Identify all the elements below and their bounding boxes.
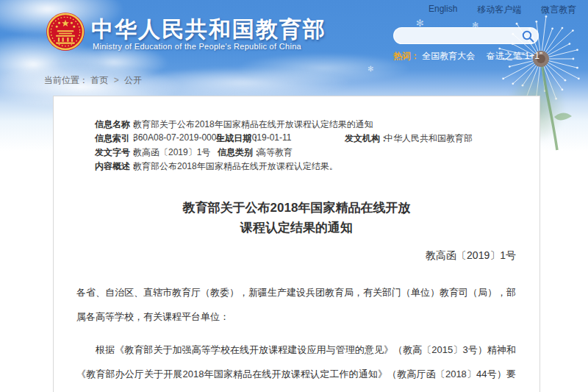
nav-weixin-education-link[interactable]: 微言教育 xyxy=(541,4,576,16)
meta-row-name: 信息名称： 教育部关于公布2018年国家精品在线开放课程认定结果的通知 xyxy=(95,118,517,132)
document-body: 各省、自治区、直辖市教育厅（教委），新疆生产建设兵团教育局，有关部门（单位）教育… xyxy=(76,280,516,392)
meta-issuer-label: 发文机构： xyxy=(345,132,389,145)
document-number: 教高函〔2019〕1号 xyxy=(54,249,516,263)
site-title: 中华人民共和国教育部 xyxy=(91,15,326,45)
meta-docno-value: 教高函〔2019〕1号 xyxy=(133,146,210,159)
national-emblem-logo xyxy=(46,12,85,51)
page: ✻ ✻ ✻ 中华人民共和国教育部 Ministry of Education o… xyxy=(0,0,588,392)
document-title-line2: 课程认定结果的通知 xyxy=(240,221,353,235)
search-box xyxy=(393,27,539,44)
search-button[interactable] xyxy=(521,29,535,43)
nav-english-link[interactable]: English xyxy=(429,4,457,16)
hotwords-label: 热词： xyxy=(393,51,420,61)
breadcrumb-separator: > xyxy=(114,75,119,85)
meta-date-value: 2019-01-11 xyxy=(247,132,292,143)
meta-category-label: 信息类别： xyxy=(218,146,262,159)
document-paragraph: 各省、自治区、直辖市教育厅（教委），新疆生产建设兵团教育局，有关部门（单位）教育… xyxy=(76,280,516,329)
meta-index-value: 360A08-07-2019-0005-1 xyxy=(133,132,229,143)
top-nav: English 移动客户端 微言教育 xyxy=(429,4,576,16)
breadcrumb-prefix: 当前位置： xyxy=(44,75,88,85)
document-title-line1: 教育部关于公布2018年国家精品在线开放 xyxy=(183,201,411,215)
meta-docno-label: 发文字号： xyxy=(95,146,139,159)
floating-seed-icon: ✻ xyxy=(368,65,373,73)
nav-mobile-client-link[interactable]: 移动客户端 xyxy=(477,4,521,16)
meta-summary-value: 教育部公布2018年国家精品在线开放课程认定结果。 xyxy=(133,160,338,173)
search-icon xyxy=(521,29,535,43)
breadcrumb: 当前位置： 首页 > 公开 xyxy=(44,74,142,87)
hotword-link-2[interactable]: 奋进之笔“1+1” xyxy=(487,51,542,61)
hotword-link-1[interactable]: 全国教育大会 xyxy=(422,51,475,61)
document-paragraph: 根据《教育部关于加强高等学校在线开放课程建设应用与管理的意见》（教高〔2015〕… xyxy=(76,338,516,392)
document-title: 教育部关于公布2018年国家精品在线开放 课程认定结果的通知 xyxy=(54,198,539,238)
breadcrumb-current-link[interactable]: 公开 xyxy=(124,75,142,85)
cloud xyxy=(132,66,353,99)
meta-row-docno: 发文字号： 教高函〔2019〕1号 信息类别： 高等教育 xyxy=(95,146,517,160)
meta-summary-label: 内容概述： xyxy=(95,160,139,173)
meta-issuer-value: 中华人民共和国教育部 xyxy=(384,132,473,145)
meta-name-value: 教育部关于公布2018年国家精品在线开放课程认定结果的通知 xyxy=(133,118,373,131)
document-meta: 信息名称： 教育部关于公布2018年国家精品在线开放课程认定结果的通知 信息索引… xyxy=(95,118,517,174)
search-input[interactable] xyxy=(401,29,519,43)
meta-row-summary: 内容概述： 教育部公布2018年国家精品在线开放课程认定结果。 xyxy=(95,160,517,174)
document-panel: 信息名称： 教育部关于公布2018年国家精品在线开放课程认定结果的通知 信息索引… xyxy=(53,96,540,392)
meta-row-index: 信息索引： 360A08-07-2019-0005-1 生成日期： 2019-0… xyxy=(95,132,517,146)
site-subtitle: Ministry of Education of the People's Re… xyxy=(93,42,301,51)
breadcrumb-home-link[interactable]: 首页 xyxy=(90,75,108,85)
meta-name-label: 信息名称： xyxy=(95,118,139,131)
meta-category-value: 高等教育 xyxy=(257,146,293,159)
hotwords-bar: 热词： 全国教育大会 奋进之笔“1+1” xyxy=(393,50,551,63)
meta-index-label: 信息索引： xyxy=(95,132,139,145)
